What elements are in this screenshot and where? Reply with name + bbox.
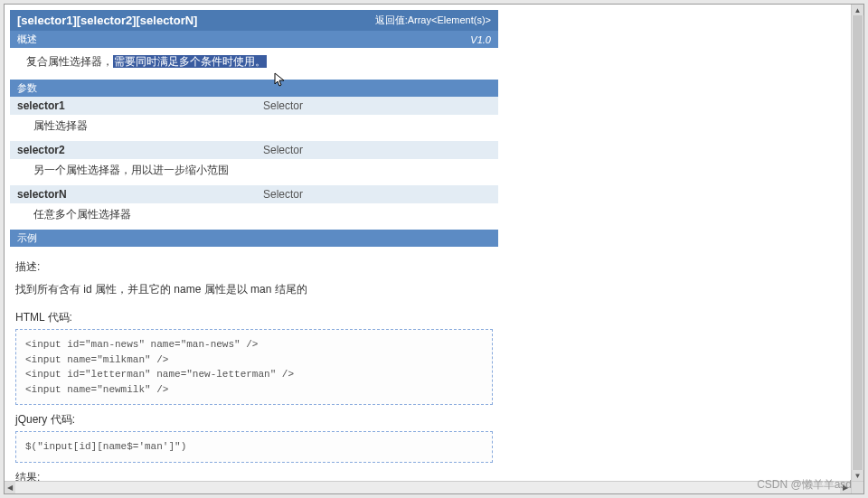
param-type: Selector [263, 99, 498, 112]
overview-label: 概述 [17, 33, 37, 46]
title-bar: [selector1][selector2][selectorN] 返回值:Ar… [10, 10, 498, 31]
param-type: Selector [263, 144, 498, 156]
overview-body: 复合属性选择器，需要同时满足多个条件时使用。 [10, 48, 498, 80]
param-desc: 任意多个属性选择器 [10, 203, 498, 230]
return-value: 返回值:Array<Element(s)> [375, 14, 491, 27]
example-body: 描述: 找到所有含有 id 属性，并且它的 name 属性是以 man 结尾的 … [10, 247, 498, 481]
params-label: 参数 [17, 81, 37, 95]
scroll-left-icon[interactable]: ◀ [5, 482, 15, 493]
html-code-label: HTML 代码: [15, 310, 495, 325]
vertical-scrollbar[interactable]: ▲ ▼ [851, 5, 863, 481]
section-overview-header: 概述 V1.0 [10, 31, 498, 48]
section-params-header: 参数 [10, 80, 498, 97]
example-label: 示例 [17, 231, 37, 245]
scroll-up-icon[interactable]: ▲ [852, 5, 863, 15]
document-body: [selector1][selector2][selectorN] 返回值:Ar… [10, 10, 498, 481]
desc-label: 描述: [15, 259, 495, 275]
param-name: selector1 [10, 99, 263, 112]
overview-text-highlight: 需要同时满足多个条件时使用。 [113, 55, 267, 68]
document-frame: [selector1][selector2][selectorN] 返回值:Ar… [4, 4, 864, 494]
content-area[interactable]: [selector1][selector2][selectorN] 返回值:Ar… [5, 5, 851, 481]
param-desc: 另一个属性选择器，用以进一步缩小范围 [10, 159, 498, 185]
horizontal-scrollbar[interactable]: ◀ ▶ [5, 481, 851, 493]
overview-text-prefix: 复合属性选择器， [26, 55, 113, 68]
version-label: V1.0 [470, 34, 491, 45]
result-label: 结果: [15, 470, 495, 481]
page-title: [selector1][selector2][selectorN] [17, 14, 197, 27]
scrollbar-corner [851, 481, 863, 493]
param-desc: 属性选择器 [10, 115, 498, 141]
scroll-down-icon[interactable]: ▼ [852, 470, 863, 481]
jquery-code-label: jQuery 代码: [15, 412, 495, 428]
param-row: selectorN Selector [10, 185, 498, 203]
param-row: selector2 Selector [10, 141, 498, 159]
section-example-header: 示例 [10, 230, 498, 247]
param-name: selector2 [10, 144, 263, 156]
scroll-right-icon[interactable]: ▶ [840, 482, 851, 493]
param-name: selectorN [10, 188, 263, 201]
param-type: Selector [263, 188, 498, 201]
html-code-block: <input id="man-news" name="man-news" /> … [15, 329, 493, 405]
jquery-code-block: $("input[id][name$='man']") [15, 431, 493, 463]
scroll-thumb[interactable] [853, 15, 863, 470]
param-row: selector1 Selector [10, 97, 498, 115]
desc-text: 找到所有含有 id 属性，并且它的 name 属性是以 man 结尾的 [14, 278, 495, 305]
